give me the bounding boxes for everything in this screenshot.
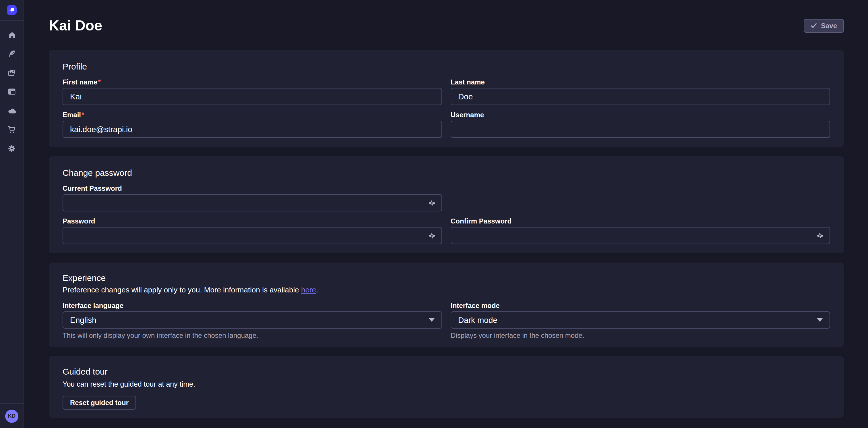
last-name-field-group: Last name bbox=[451, 78, 830, 105]
reset-guided-tour-button[interactable]: Reset guided tour bbox=[63, 396, 136, 409]
experience-description: Preference changes will apply only to yo… bbox=[63, 285, 830, 295]
main-content: Kai Doe Save Profile First name* Last bbox=[24, 0, 868, 418]
sidebar-item-settings[interactable] bbox=[0, 139, 24, 158]
email-field-group: Email* bbox=[63, 111, 442, 138]
sidebar: KD bbox=[0, 0, 24, 428]
toggle-new-password-visibility-button[interactable] bbox=[427, 231, 436, 240]
eye-slash-icon bbox=[816, 232, 824, 239]
username-label: Username bbox=[451, 111, 830, 119]
last-name-label: Last name bbox=[451, 78, 830, 86]
guided-tour-card-title: Guided tour bbox=[63, 367, 830, 376]
change-password-card-title: Change password bbox=[63, 168, 830, 177]
experience-card: Experience Preference changes will apply… bbox=[49, 262, 844, 347]
profile-card: Profile First name* Last name Email* bbox=[49, 50, 844, 147]
current-password-label: Current Password bbox=[63, 184, 442, 193]
username-field-group: Username bbox=[451, 111, 830, 138]
interface-language-value: English bbox=[70, 315, 96, 324]
interface-language-label: Interface language bbox=[63, 302, 442, 310]
page-title: Kai Doe bbox=[49, 17, 102, 34]
sidebar-item-home[interactable] bbox=[0, 25, 24, 44]
home-icon bbox=[8, 31, 16, 39]
guided-tour-description: You can reset the guided tour at any tim… bbox=[63, 380, 830, 389]
sidebar-item-media-library[interactable] bbox=[0, 63, 24, 82]
chevron-down-icon bbox=[817, 318, 823, 322]
eye-slash-icon bbox=[428, 199, 435, 206]
current-password-input[interactable] bbox=[63, 194, 442, 211]
more-information-link[interactable]: here bbox=[301, 286, 316, 294]
sidebar-item-deploy[interactable] bbox=[0, 101, 24, 120]
interface-mode-field-group: Interface mode Dark mode Displays your i… bbox=[451, 302, 830, 340]
save-button-label: Save bbox=[821, 22, 837, 30]
guided-tour-card: Guided tour You can reset the guided tou… bbox=[49, 356, 844, 418]
change-password-card: Change password Current Password bbox=[49, 156, 844, 253]
sidebar-footer: KD bbox=[0, 403, 24, 428]
first-name-input[interactable] bbox=[63, 88, 442, 105]
first-name-label: First name* bbox=[63, 78, 442, 86]
app-root: KD Kai Doe Save Profile First name* bbox=[0, 0, 868, 428]
eye-slash-icon bbox=[428, 232, 435, 239]
confirm-password-label: Confirm Password bbox=[451, 217, 830, 225]
last-name-input[interactable] bbox=[451, 88, 830, 105]
experience-card-title: Experience bbox=[63, 273, 830, 283]
email-input[interactable] bbox=[63, 121, 442, 138]
sidebar-item-content-manager[interactable] bbox=[0, 44, 24, 63]
username-input[interactable] bbox=[451, 121, 830, 138]
cart-icon bbox=[7, 125, 16, 134]
toggle-current-password-visibility-button[interactable] bbox=[427, 198, 436, 207]
strapi-logo-icon[interactable] bbox=[7, 5, 17, 15]
email-label: Email* bbox=[63, 111, 442, 119]
layout-icon bbox=[7, 87, 16, 96]
required-asterisk: * bbox=[98, 78, 100, 86]
cloud-icon bbox=[7, 106, 17, 115]
interface-language-hint: This will only display your own interfac… bbox=[63, 332, 442, 340]
gear-icon bbox=[7, 144, 16, 153]
logo-container bbox=[0, 0, 24, 21]
media-library-icon bbox=[7, 68, 16, 77]
confirm-password-input[interactable] bbox=[451, 227, 830, 244]
confirm-password-field-group: Confirm Password bbox=[451, 217, 830, 244]
new-password-input[interactable] bbox=[63, 227, 442, 244]
interface-language-field-group: Interface language English This will onl… bbox=[63, 302, 442, 340]
first-name-field-group: First name* bbox=[63, 78, 442, 105]
sidebar-item-content-type-builder[interactable] bbox=[0, 82, 24, 101]
new-password-field-group: Password bbox=[63, 217, 442, 244]
sidebar-nav bbox=[0, 21, 24, 158]
interface-mode-value: Dark mode bbox=[458, 315, 497, 324]
interface-mode-hint: Displays your interface in the chosen mo… bbox=[451, 332, 830, 340]
user-avatar[interactable]: KD bbox=[5, 409, 19, 423]
chevron-down-icon bbox=[429, 318, 435, 322]
new-password-label: Password bbox=[63, 217, 442, 225]
empty-grid-cell bbox=[451, 184, 830, 211]
save-button[interactable]: Save bbox=[804, 19, 844, 32]
toggle-confirm-password-visibility-button[interactable] bbox=[815, 231, 825, 240]
profile-card-title: Profile bbox=[63, 61, 830, 71]
sidebar-item-marketplace[interactable] bbox=[0, 120, 24, 139]
required-asterisk: * bbox=[82, 111, 84, 119]
interface-mode-select[interactable]: Dark mode bbox=[451, 311, 830, 329]
interface-mode-label: Interface mode bbox=[451, 302, 830, 310]
avatar-initials: KD bbox=[8, 413, 16, 419]
page-header: Kai Doe Save bbox=[49, 17, 844, 34]
feather-icon bbox=[7, 49, 16, 58]
check-icon bbox=[811, 22, 817, 29]
interface-language-select[interactable]: English bbox=[63, 311, 442, 329]
current-password-field-group: Current Password bbox=[63, 184, 442, 211]
